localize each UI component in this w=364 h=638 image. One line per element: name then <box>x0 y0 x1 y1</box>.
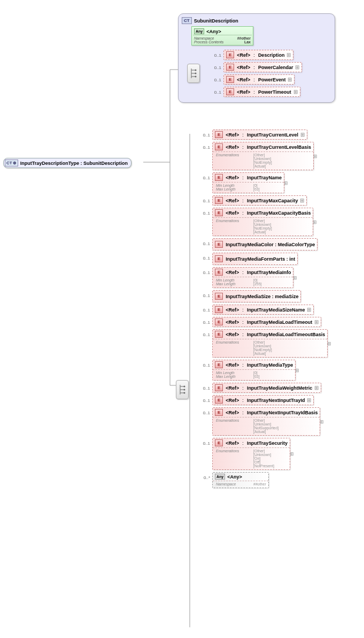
connector-lines <box>0 0 364 6</box>
